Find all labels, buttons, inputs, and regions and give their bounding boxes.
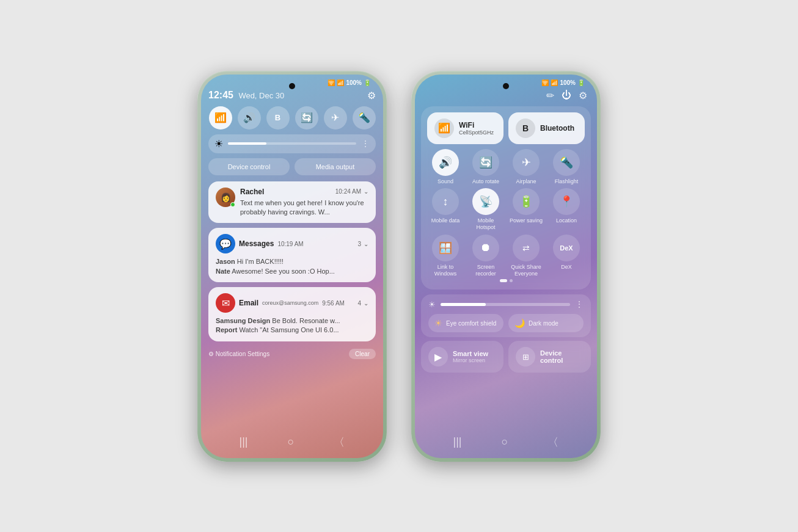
right-brightness-track[interactable] xyxy=(441,303,570,306)
qs-mobiledata-label: Mobile data xyxy=(431,217,460,224)
qs-grid-row2: ↕ Mobile data 📡 Mobile Hotspot 🔋 Power s… xyxy=(427,188,585,231)
qs-sound-label: Sound xyxy=(437,178,453,185)
bluetooth-tile[interactable]: B Bluetooth xyxy=(508,112,585,144)
rachel-notif-content: Rachel 10:24 AM ⌄ Text me when you get h… xyxy=(240,188,368,217)
qs-quickshare-icon: ⇄ xyxy=(513,235,540,261)
notification-messages[interactable]: 💬 Messages 10:19 AM 3 ⌄ Jason Hi I'm BAC… xyxy=(208,228,376,282)
qs-flashlight-label: Flashlight xyxy=(555,178,579,185)
airplane-toggle[interactable]: ✈ xyxy=(324,106,347,129)
bluetooth-label: Bluetooth xyxy=(540,124,577,133)
wifi-tile[interactable]: 📶 WiFi CellSpot5GHz xyxy=(427,112,503,144)
right-brightness-menu[interactable]: ⋮ xyxy=(575,299,584,309)
qs-autorotate[interactable]: 🔄 Auto rotate xyxy=(467,149,504,185)
right-brightness-section: ☀ ⋮ ☀ Eye comfort shield 🌙 Dark mode xyxy=(421,294,591,337)
eye-comfort-icon: ☀ xyxy=(434,318,442,328)
dark-mode-btn[interactable]: 🌙 Dark mode xyxy=(508,314,584,332)
messages-count: 3 xyxy=(357,241,361,247)
nav-home-icon[interactable]: ○ xyxy=(288,435,295,448)
rachel-expand-icon[interactable]: ⌄ xyxy=(364,188,368,195)
sound-toggle[interactable]: 🔊 xyxy=(238,106,261,129)
autorotate-toggle[interactable]: 🔄 xyxy=(295,106,318,129)
brightness-track[interactable] xyxy=(228,142,356,145)
right-nav-home-icon[interactable]: ○ xyxy=(502,435,508,448)
smart-view-label: Smart view xyxy=(453,350,496,357)
edit-icon[interactable]: ✏ xyxy=(546,90,554,101)
dot-1 xyxy=(500,279,507,282)
qs-flashlight[interactable]: 🔦 Flashlight xyxy=(548,149,585,185)
notification-email[interactable]: ✉ Email coreux@samsung.com 9:56 AM 4 ⌄ S… xyxy=(208,287,376,341)
qs-mobiledata[interactable]: ↕ Mobile data xyxy=(427,188,464,231)
dot-2 xyxy=(510,279,513,282)
qs-dex-icon: DeX xyxy=(553,235,580,261)
clear-button[interactable]: Clear xyxy=(349,349,376,359)
qs-flashlight-icon: 🔦 xyxy=(553,149,580,176)
wifi-toggle[interactable]: 📶 xyxy=(209,106,232,129)
eye-comfort-btn[interactable]: ☀ Eye comfort shield xyxy=(428,314,503,332)
smart-view-icon: ▶ xyxy=(428,347,448,366)
email-app-label: Email xyxy=(239,299,258,307)
qs-sound[interactable]: 🔊 Sound xyxy=(427,149,464,185)
right-nav-recent-icon[interactable]: ||| xyxy=(453,435,462,448)
date-display: Wed, Dec 30 xyxy=(238,91,284,100)
quick-toggles: 📶 🔊 B 🔄 ✈ 🔦 xyxy=(201,106,383,134)
qs-powersave-icon: 🔋 xyxy=(513,188,540,215)
right-device-control-label: Device control xyxy=(540,349,584,364)
left-phone: 🛜 📶 100% 🔋 12:45 Wed, Dec 30 ⚙ 📶 🔊 B 🔄 ✈… xyxy=(197,71,387,462)
bluetooth-toggle[interactable]: B xyxy=(266,106,290,129)
notification-rachel[interactable]: 👩 Rachel 10:24 AM ⌄ Text me when you get… xyxy=(208,181,376,224)
right-nav-bar: ||| ○ 〈 xyxy=(415,430,597,454)
right-device-control-tile[interactable]: ⊞ Device control xyxy=(508,341,591,373)
qs-linkwindows-label: Link to Windows xyxy=(427,264,464,277)
eye-comfort-label: Eye comfort shield xyxy=(446,320,496,327)
qs-screenrecord[interactable]: ⏺ Screen recorder xyxy=(467,235,504,277)
brightness-fill xyxy=(228,142,266,145)
right-nav-back-icon[interactable]: 〈 xyxy=(547,435,558,450)
bt-tile-icon: B xyxy=(516,118,535,138)
messages-line2: Nate Awesome! See you soon :O Hop... xyxy=(216,267,368,276)
media-output-btn[interactable]: Media output xyxy=(295,158,376,175)
qs-grid-row3: 🪟 Link to Windows ⏺ Screen recorder ⇄ Qu… xyxy=(427,235,585,277)
qs-location-label: Location xyxy=(556,217,577,224)
messages-time: 10:19 AM xyxy=(277,241,303,247)
left-nav-bar: ||| ○ 〈 xyxy=(201,430,383,454)
qs-location[interactable]: 📍 Location xyxy=(548,188,585,231)
quick-settings-panel: 📶 WiFi CellSpot5GHz B Bluetooth 🔊 xyxy=(421,106,591,290)
brightness-control[interactable]: ☀ ⋮ xyxy=(208,134,376,153)
online-indicator xyxy=(230,202,235,207)
nav-recent-icon[interactable]: ||| xyxy=(240,435,248,448)
qs-powersave[interactable]: 🔋 Power saving xyxy=(508,188,544,231)
right-screen: 🛜 📶 100% 🔋 ✏ ⏻ ⚙ 📶 WiFi CellSpot5GHz xyxy=(415,75,597,458)
right-status-icons: 🛜 📶 100% 🔋 xyxy=(541,79,585,86)
nav-back-icon[interactable]: 〈 xyxy=(334,435,345,450)
right-settings-icon[interactable]: ⚙ xyxy=(579,90,587,101)
qs-airplane[interactable]: ✈ Airplane xyxy=(508,149,544,185)
qs-autorotate-label: Auto rotate xyxy=(472,178,499,185)
settings-icon[interactable]: ⚙ xyxy=(367,90,376,101)
qs-quickshare[interactable]: ⇄ Quick Share Everyone xyxy=(508,235,544,277)
qs-mobiledata-icon: ↕ xyxy=(432,188,459,215)
rachel-time: 10:24 AM xyxy=(335,188,361,195)
flashlight-toggle[interactable]: 🔦 xyxy=(353,106,376,129)
power-icon[interactable]: ⏻ xyxy=(562,90,571,101)
qs-dex[interactable]: DeX DeX xyxy=(548,235,585,277)
email-sender-addr: coreux@samsung.com xyxy=(262,300,318,306)
wifi-tile-text: WiFi CellSpot5GHz xyxy=(459,121,496,136)
email-expand-icon[interactable]: ⌄ xyxy=(364,300,368,307)
smart-view-tile[interactable]: ▶ Smart view Mirror screen xyxy=(421,341,503,373)
date-time-display: 12:45 Wed, Dec 30 xyxy=(208,90,284,101)
right-phone: 🛜 📶 100% 🔋 ✏ ⏻ ⚙ 📶 WiFi CellSpot5GHz xyxy=(411,71,601,462)
qs-linkwindows[interactable]: 🪟 Link to Windows xyxy=(427,235,464,277)
smart-view-text: Smart view Mirror screen xyxy=(453,350,496,363)
rachel-text: Text me when you get here! I know you're… xyxy=(240,199,368,217)
notification-settings-btn[interactable]: ⚙ Notification Settings xyxy=(208,351,269,357)
wifi-tile-icon: 📶 xyxy=(434,118,454,138)
right-wifi-icon: 🛜 xyxy=(541,79,549,86)
right-signal-icon: 📶 xyxy=(551,79,558,86)
smart-device-row: ▶ Smart view Mirror screen ⊞ Device cont… xyxy=(421,341,591,373)
brightness-menu-icon[interactable]: ⋮ xyxy=(361,139,370,148)
messages-expand-icon[interactable]: ⌄ xyxy=(364,241,368,247)
qs-hotspot[interactable]: 📡 Mobile Hotspot xyxy=(467,188,504,231)
messages-app-label: Messages xyxy=(239,239,274,248)
time-display: 12:45 xyxy=(208,90,233,100)
device-control-btn[interactable]: Device control xyxy=(208,158,290,175)
